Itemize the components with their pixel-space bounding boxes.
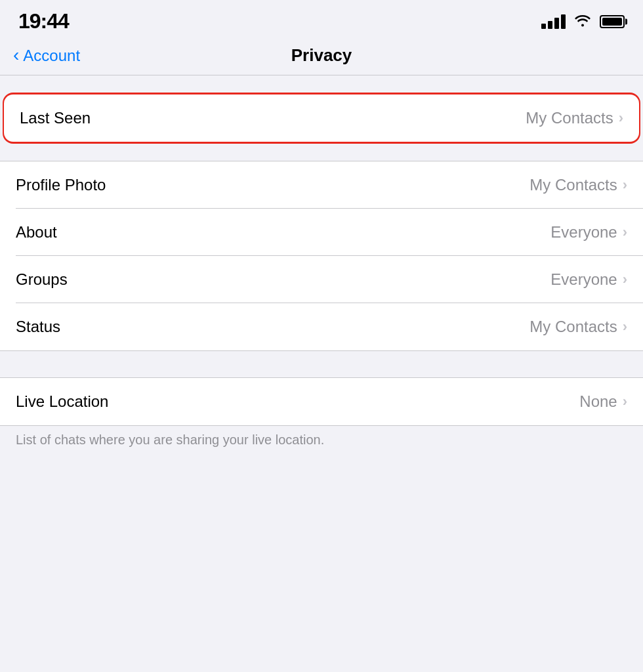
groups-label: Groups [16,270,68,289]
status-bar: 19:44 [0,0,643,40]
profile-photo-row[interactable]: Profile Photo My Contacts › [0,161,643,209]
signal-icon [541,14,566,29]
about-label: About [16,223,57,242]
last-seen-section: Last Seen My Contacts › [0,94,643,142]
last-seen-value-container: My Contacts › [526,109,623,127]
about-row[interactable]: About Everyone › [0,209,643,256]
back-chevron-icon: ‹ [13,46,19,64]
status-chevron-icon: › [623,318,627,335]
status-label: Status [16,318,60,336]
status-icons [541,12,625,31]
last-seen-chevron-icon: › [619,110,623,127]
profile-photo-chevron-icon: › [623,177,627,194]
groups-chevron-icon: › [623,271,627,288]
last-seen-value: My Contacts [526,109,613,127]
back-label: Account [23,47,80,65]
groups-value: Everyone [550,270,617,289]
live-location-footer: List of chats where you are sharing your… [0,426,643,454]
status-row[interactable]: Status My Contacts › [0,303,643,350]
nav-bar: ‹ Account Privacy [0,40,643,75]
live-location-chevron-icon: › [623,393,627,410]
profile-photo-value: My Contacts [529,176,617,194]
last-seen-label: Last Seen [20,109,91,127]
live-location-row[interactable]: Live Location None › [0,378,643,425]
live-location-value: None [579,392,617,411]
profile-photo-label: Profile Photo [16,176,106,194]
live-location-label: Live Location [16,392,108,411]
battery-icon [600,15,625,28]
wifi-icon [573,12,592,31]
section-gap [0,351,643,377]
about-chevron-icon: › [623,224,627,241]
groups-row[interactable]: Groups Everyone › [0,256,643,303]
visibility-section: Profile Photo My Contacts › About Everyo… [0,161,643,351]
location-section: Live Location None › [0,377,643,426]
page-title: Privacy [291,45,352,66]
about-value: Everyone [550,223,617,242]
back-button[interactable]: ‹ Account [13,47,80,65]
status-value: My Contacts [529,318,617,336]
status-time: 19:44 [18,9,69,33]
last-seen-row[interactable]: Last Seen My Contacts › [4,94,639,142]
